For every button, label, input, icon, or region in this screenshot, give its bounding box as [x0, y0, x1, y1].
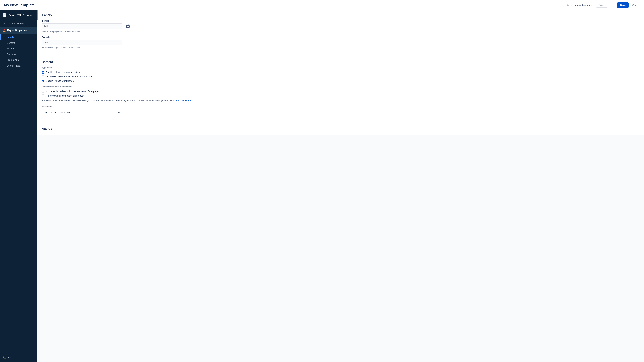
svg-point-1 [128, 26, 128, 27]
checkbox-last-published[interactable] [42, 90, 44, 93]
sidebar-logo-label: Scroll HTML Exporter [8, 14, 32, 16]
attachments-group: Attachments Don't embed attachments Embe… [42, 105, 639, 115]
label-hide-workflow[interactable]: Hide the workflow header and footer [46, 94, 84, 97]
revert-icon: ↩ [563, 4, 565, 6]
checkbox-row-new-tab: Open links to external websites in a new… [42, 75, 639, 78]
sidebar-subitems: Labels Content Macros Captions File opti… [0, 34, 37, 69]
sidebar-item-template-settings[interactable]: ⚙ Template Settings [0, 20, 37, 27]
sidebar-subitem-file-options[interactable]: File options [0, 57, 37, 63]
sidebar-footer[interactable]: Help [0, 353, 37, 362]
checkbox-ext-links[interactable] [42, 71, 44, 73]
content-title: Content [42, 60, 53, 64]
sidebar-subitem-macros[interactable]: Macros [0, 46, 37, 51]
revert-label: Revert unsaved changes [566, 4, 592, 6]
documentation-link[interactable]: documentation [176, 99, 191, 102]
export-properties-icon: 📤 [3, 29, 6, 32]
revert-button[interactable]: ↩ Revert unsaved changes [562, 3, 594, 7]
sidebar-subitem-captions[interactable]: Captions [0, 51, 37, 57]
workflow-hint: A workflow must be enabled to use these … [42, 99, 639, 102]
exclude-group: Exclude Exclude child pages with the sel… [42, 36, 639, 49]
checkbox-row-ext-links: Enable links to external websites [42, 71, 639, 73]
sidebar-logo: 📄 Scroll HTML Exporter [0, 10, 37, 20]
header-actions: ↩ Revert unsaved changes Export ··· Save… [562, 2, 640, 8]
page-title: My New Template [4, 3, 35, 7]
labels-title: Labels [42, 13, 52, 17]
label-ext-links[interactable]: Enable links to external websites [46, 71, 80, 73]
sidebar-subitem-labels[interactable]: Labels [0, 34, 37, 40]
sidebar-subitem-captions-label: Captions [7, 53, 16, 56]
workflow-text-before: A workflow must be enabled to use these … [42, 99, 176, 102]
label-last-published[interactable]: Export only the last published versions … [46, 90, 100, 93]
labels-section-body: Include Include child pages with the sel… [37, 19, 644, 56]
comala-label: Comala Document Management [42, 86, 639, 88]
exclude-input[interactable] [42, 40, 122, 45]
sidebar-subitem-search-index[interactable]: Search Index [0, 63, 37, 68]
sidebar-subitem-content[interactable]: Content [0, 40, 37, 46]
content-section-body: Hyperlinks Enable links to external webs… [37, 66, 644, 123]
app-body: 📄 Scroll HTML Exporter ⚙ Template Settin… [0, 10, 644, 362]
include-label: Include [42, 19, 639, 22]
include-area [42, 23, 639, 29]
template-settings-icon: ⚙ [3, 22, 5, 25]
sidebar-subitem-file-options-label: File options [7, 59, 19, 61]
save-button[interactable]: Save [617, 2, 629, 8]
help-icon [3, 356, 6, 359]
include-input[interactable] [42, 23, 122, 29]
sidebar-item-export-properties-label: Export Properties [7, 29, 27, 32]
hyperlinks-label: Hyperlinks [42, 66, 639, 69]
more-button[interactable]: ··· [610, 2, 615, 7]
help-label: Help [8, 356, 12, 359]
lock-icon [126, 23, 130, 28]
exclude-label: Exclude [42, 36, 639, 38]
checkbox-row-confluence-links: Enable links to Confluence [42, 80, 639, 82]
close-button[interactable]: Close [630, 3, 640, 7]
label-new-tab[interactable]: Open links to external websites in a new… [46, 75, 92, 78]
attachments-label: Attachments [42, 105, 639, 108]
include-group: Include Include child pages with the sel… [42, 19, 639, 32]
sidebar-subitem-content-label: Content [7, 41, 15, 44]
sidebar-item-template-settings-label: Template Settings [6, 22, 25, 25]
workflow-text-after: . [191, 99, 191, 102]
sidebar-subitem-labels-label: Labels [7, 36, 14, 38]
export-button[interactable]: Export [596, 2, 608, 7]
checkbox-new-tab[interactable] [42, 75, 44, 78]
app-header: My New Template ↩ Revert unsaved changes… [0, 0, 644, 10]
exclude-hint: Exclude child pages with the selected la… [42, 46, 639, 49]
main-content: Labels Include [37, 10, 644, 362]
checkbox-row-last-published: Export only the last published versions … [42, 90, 639, 93]
sidebar: 📄 Scroll HTML Exporter ⚙ Template Settin… [0, 10, 37, 362]
sidebar-subitem-macros-label: Macros [7, 47, 14, 50]
content-section: Content Hyperlinks Enable links to exter… [37, 56, 644, 123]
hyperlinks-group: Hyperlinks Enable links to external webs… [42, 66, 639, 82]
app-logo-icon: 📄 [3, 13, 7, 17]
macros-title: Macros [42, 127, 52, 130]
sidebar-item-export-properties[interactable]: 📤 Export Properties [0, 27, 37, 34]
checkbox-hide-workflow[interactable] [42, 94, 44, 97]
content-section-header: Content [37, 56, 644, 66]
labels-section: Labels Include [37, 10, 644, 56]
attachments-dropdown[interactable]: Don't embed attachments Embed all attach… [42, 110, 122, 115]
include-hint: Include child pages with the selected la… [42, 30, 639, 32]
comala-group: Comala Document Management Export only t… [42, 86, 639, 102]
macros-section-header: Macros [37, 123, 644, 135]
checkbox-confluence-links[interactable] [42, 80, 44, 82]
checkbox-row-hide-workflow: Hide the workflow header and footer [42, 94, 639, 97]
macros-section: Macros [37, 123, 644, 135]
labels-section-header: Labels [37, 10, 644, 19]
sidebar-subitem-search-index-label: Search Index [7, 64, 21, 67]
label-confluence-links[interactable]: Enable links to Confluence [46, 80, 74, 82]
